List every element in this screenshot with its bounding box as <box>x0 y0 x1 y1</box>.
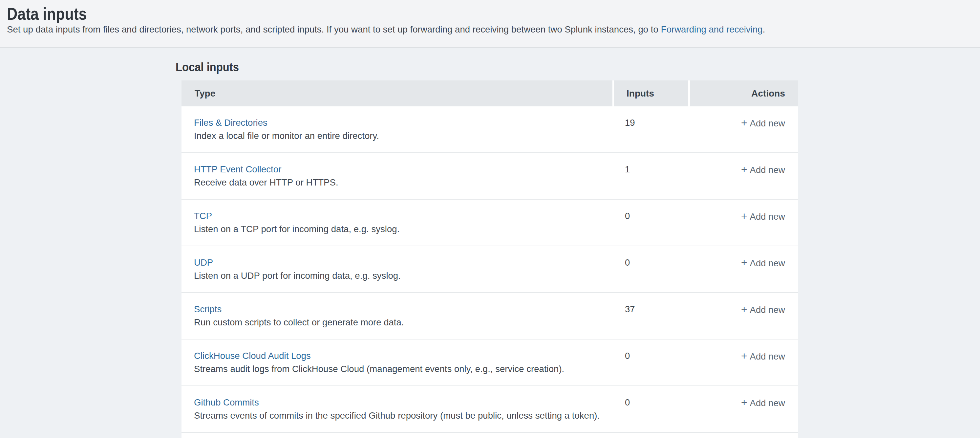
table-row-files-directories: Files & Directories Index a local file o… <box>181 107 798 153</box>
type-cell: UDP Listen on a UDP port for incoming da… <box>181 246 612 292</box>
input-type-description: Receive data over HTTP or HTTPS. <box>194 176 612 189</box>
column-header-type[interactable]: Type <box>181 80 612 107</box>
plus-icon: + <box>741 303 747 315</box>
add-new-label: Add new <box>750 351 785 362</box>
add-new-label: Add new <box>750 118 785 128</box>
add-new-link[interactable]: +Add new <box>741 351 785 362</box>
add-new-label: Add new <box>750 398 785 408</box>
subtitle-period: . <box>763 24 765 35</box>
input-type-description: Run custom scripts to collect or generat… <box>194 315 612 329</box>
input-type-description: Index a local file or monitor an entire … <box>194 129 612 142</box>
add-new-link[interactable]: +Add new <box>741 212 785 221</box>
content-area: Local inputs Type Inputs Actions Files &… <box>0 48 980 438</box>
table-row-github-commits: Github Commits Streams events of commits… <box>181 386 798 433</box>
add-new-link[interactable]: +Add new <box>741 165 785 175</box>
table-row-udp: UDP Listen on a UDP port for incoming da… <box>181 246 798 293</box>
local-inputs-table: Type Inputs Actions Files & Directories … <box>181 80 798 438</box>
add-new-label: Add new <box>750 165 785 175</box>
input-type-link[interactable]: Files & Directories <box>194 116 612 129</box>
add-new-link[interactable]: +Add new <box>741 398 785 408</box>
table-row-clickhouse-cloud-audit-logs: ClickHouse Cloud Audit Logs Streams audi… <box>181 339 798 386</box>
add-new-link[interactable]: +Add new <box>741 118 785 128</box>
local-inputs-heading: Local inputs <box>176 60 907 75</box>
input-type-link[interactable]: TCP <box>194 210 612 222</box>
plus-icon: + <box>741 350 747 362</box>
inputs-count: 1 <box>612 153 688 199</box>
add-new-link[interactable]: +Add new <box>741 258 785 268</box>
input-type-link[interactable]: HTTP Event Collector <box>194 163 612 176</box>
input-type-description: Streams audit logs from ClickHouse Cloud… <box>194 362 612 376</box>
actions-cell: +Add new <box>688 153 798 199</box>
actions-cell: +Add new <box>688 386 798 432</box>
input-type-description: Listen on a UDP port for incoming data, … <box>194 269 612 282</box>
table-row-scripts: Scripts Run custom scripts to collect or… <box>181 293 798 339</box>
type-cell: Files & Directories Index a local file o… <box>181 107 612 152</box>
table-header-row: Type Inputs Actions <box>181 80 798 107</box>
inputs-count: 37 <box>612 293 688 339</box>
inputs-count: 0 <box>612 200 688 245</box>
table-row-tcp: TCP Listen on a TCP port for incoming da… <box>181 200 798 246</box>
plus-icon: + <box>741 210 747 222</box>
type-cell: TCP Listen on a TCP port for incoming da… <box>181 200 612 245</box>
page-subtitle: Set up data inputs from files and direct… <box>7 24 967 35</box>
page-header: Data inputs Set up data inputs from file… <box>0 0 980 48</box>
add-new-link[interactable]: +Add new <box>741 305 785 315</box>
subtitle-text: Set up data inputs from files and direct… <box>7 24 659 35</box>
add-new-label: Add new <box>750 258 785 268</box>
input-type-description: Streams events of commits in the specifi… <box>194 409 612 422</box>
input-type-link[interactable]: UDP <box>194 256 612 269</box>
actions-cell: +Add new <box>688 339 798 385</box>
inputs-count: 19 <box>612 107 688 152</box>
plus-icon: + <box>741 397 747 408</box>
page-title: Data inputs <box>7 4 833 24</box>
input-type-description: Listen on a TCP port for incoming data, … <box>194 222 612 236</box>
plus-icon: + <box>741 117 747 129</box>
table-row-http-event-collector: HTTP Event Collector Receive data over H… <box>181 153 798 200</box>
column-header-actions: Actions <box>688 80 798 107</box>
column-header-inputs[interactable]: Inputs <box>612 80 688 107</box>
forwarding-and-receiving-link[interactable]: Forwarding and receiving <box>661 24 763 35</box>
add-new-label: Add new <box>750 212 785 221</box>
actions-cell: +Add new <box>688 107 798 152</box>
type-cell: HTTP Event Collector Receive data over H… <box>181 153 612 199</box>
actions-cell: +Add new <box>688 200 798 245</box>
table-body-overflow <box>181 433 798 438</box>
inputs-count: 0 <box>612 386 688 432</box>
input-type-link[interactable]: Github Commits <box>194 396 612 409</box>
inputs-count: 0 <box>612 339 688 385</box>
type-cell: ClickHouse Cloud Audit Logs Streams audi… <box>181 339 612 385</box>
input-type-link[interactable]: ClickHouse Cloud Audit Logs <box>194 350 612 362</box>
inputs-count: 0 <box>612 246 688 292</box>
input-type-link[interactable]: Scripts <box>194 303 612 315</box>
actions-cell: +Add new <box>688 293 798 339</box>
type-cell: Github Commits Streams events of commits… <box>181 386 612 432</box>
actions-cell: +Add new <box>688 246 798 292</box>
plus-icon: + <box>741 164 747 175</box>
type-cell: Scripts Run custom scripts to collect or… <box>181 293 612 339</box>
add-new-label: Add new <box>750 305 785 315</box>
plus-icon: + <box>741 257 747 269</box>
